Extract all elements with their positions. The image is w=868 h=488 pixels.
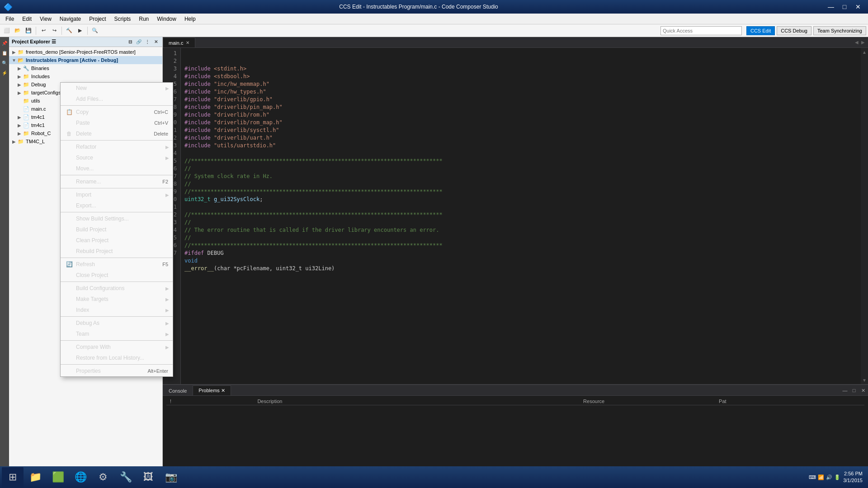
quick-access-input[interactable]: Quick Access — [660, 26, 742, 35]
taskbar-wrench[interactable]: 🔧 — [115, 467, 137, 487]
tab-scroll-left-icon[interactable]: ◀ — [854, 39, 860, 45]
pe-collapse-btn[interactable]: ⊟ — [127, 38, 134, 46]
toolbar-undo-btn[interactable]: ↩ — [38, 26, 48, 36]
pe-link-btn[interactable]: 🔗 — [135, 38, 142, 46]
toolbar-search-btn[interactable]: 🔍 — [90, 26, 100, 36]
close-button[interactable]: ✕ — [852, 2, 864, 12]
menu-item-project[interactable]: Project — [85, 14, 109, 24]
ctx-item-12[interactable]: Build Project — [61, 224, 173, 235]
bottom-tab-console[interactable]: Console — [163, 385, 193, 395]
ctx-sep-14 — [61, 258, 173, 258]
ctx-item-11[interactable]: Show Build Settings... — [61, 213, 173, 224]
toolbar-debug-btn[interactable]: ▶ — [75, 26, 85, 36]
ctx-item-10[interactable]: Export... — [61, 200, 173, 211]
tree-item-0[interactable]: ▶📁freertos_demo [Senior-Project-FreeRTOS… — [9, 48, 162, 56]
ctx-item-23[interactable]: Restore from Local History... — [61, 352, 173, 363]
menu-item-scripts[interactable]: Scripts — [111, 14, 135, 24]
ctx-item-15[interactable]: 🔄RefreshF5 — [61, 259, 173, 270]
ctx-item-24[interactable]: PropertiesAlt+Enter — [61, 366, 173, 376]
ctx-item-9[interactable]: Import — [61, 189, 173, 200]
perspective-ccs-debug[interactable]: CCS Debug — [777, 26, 811, 35]
ctx-item-13[interactable]: Clean Project — [61, 235, 173, 246]
menu-item-view[interactable]: View — [36, 14, 55, 24]
ctx-item-4[interactable]: 🗑DeleteDelete — [61, 128, 173, 139]
bottom-panel-close-icon[interactable]: ✕ — [859, 386, 867, 394]
menu-item-navigate[interactable]: Navigate — [56, 14, 85, 24]
menu-item-window[interactable]: Window — [153, 14, 180, 24]
clock-time: 2:56 PM — [843, 470, 863, 477]
toolbar-new-btn[interactable]: ⬜ — [2, 26, 12, 36]
ctx-icon-empty-8 — [65, 178, 73, 186]
bottom-panel-minimize-icon[interactable]: — — [841, 386, 849, 394]
taskbar-app-green[interactable]: 🟩 — [47, 467, 69, 487]
ctx-item-7[interactable]: Move... — [61, 163, 173, 174]
taskbar-camera[interactable]: 📷 — [160, 467, 182, 487]
sidebar-icon-4[interactable]: ⚡ — [0, 69, 9, 77]
ctx-item-1[interactable]: Add Files... — [61, 94, 173, 104]
ctx-item-18[interactable]: Make Targets — [61, 294, 173, 305]
ctx-item-16[interactable]: Close Project — [61, 270, 173, 281]
scroll-up-icon[interactable]: ▲ — [861, 49, 868, 55]
maximize-button[interactable]: □ — [838, 2, 851, 12]
menu-item-run[interactable]: Run — [135, 14, 152, 24]
ctx-sep-19 — [61, 316, 173, 317]
ctx-item-3[interactable]: PasteCtrl+V — [61, 117, 173, 128]
ctx-item-21[interactable]: Team — [61, 328, 173, 339]
sidebar-icon-1[interactable]: 📌 — [0, 39, 9, 47]
tree-item-2[interactable]: ▶🔧Binaries — [9, 64, 162, 72]
taskbar-photo[interactable]: 🖼 — [137, 467, 159, 487]
taskbar-tools[interactable]: ⚙ — [92, 467, 114, 487]
ctx-item-17[interactable]: Build Configurations — [61, 283, 173, 294]
tree-arrow-2: ▶ — [16, 66, 23, 71]
tree-icon-5: 📁 — [23, 89, 30, 96]
toolbar-redo-btn[interactable]: ↪ — [49, 26, 59, 36]
menu-item-file[interactable]: File — [2, 14, 18, 24]
ctx-item-5[interactable]: Refactor — [61, 141, 173, 152]
sidebar-icon-2[interactable]: 📋 — [0, 49, 9, 57]
sidebar-icon-3[interactable]: 🔍 — [0, 59, 9, 67]
menu-item-help[interactable]: Help — [181, 14, 199, 24]
tree-arrow-11: ▶ — [11, 139, 17, 144]
toolbar-open-btn[interactable]: 📂 — [13, 26, 23, 36]
taskbar-chrome[interactable]: 🌐 — [70, 467, 91, 487]
tree-icon-11: 📁 — [17, 138, 24, 145]
tab-scroll-right-icon[interactable]: ▶ — [860, 39, 866, 45]
ctx-item-2[interactable]: 📋CopyCtrl+C — [61, 107, 173, 117]
tree-label-5: targetConfigs — [31, 90, 61, 95]
code-line-20: //**************************************… — [184, 211, 857, 219]
toolbar-build-btn[interactable]: 🔨 — [64, 26, 74, 36]
ctx-item-8[interactable]: Rename...F2 — [61, 176, 173, 187]
code-line-8: #include "driverlib/rom_map.h" — [184, 119, 857, 127]
minimize-button[interactable]: — — [825, 2, 837, 12]
toolbar-save-btn[interactable]: 💾 — [24, 26, 33, 36]
editor-tab-main-c[interactable]: main.c ✕ — [163, 38, 195, 47]
ctx-item-14[interactable]: Rebuild Project — [61, 246, 173, 257]
ctx-sep-21 — [61, 340, 173, 341]
file-explorer-icon: 📁 — [29, 471, 42, 483]
pe-close-btn[interactable]: ✕ — [152, 38, 160, 46]
perspective-ccs-edit[interactable]: CCS Edit — [746, 26, 775, 35]
toolbar-sep-3 — [87, 27, 88, 35]
scroll-down-icon[interactable]: ▼ — [861, 377, 868, 383]
ctx-item-19[interactable]: Index — [61, 305, 173, 315]
ctx-item-20[interactable]: Debug As — [61, 318, 173, 328]
perspective-team-sync[interactable]: Team Synchronizing — [813, 26, 866, 35]
bottom-panel-maximize-icon[interactable]: □ — [850, 386, 858, 394]
menu-item-edit[interactable]: Edit — [19, 14, 35, 24]
ctx-item-22[interactable]: Compare With — [61, 342, 173, 352]
start-button[interactable]: ⊞ — [2, 467, 24, 487]
ctx-item-0[interactable]: New — [61, 83, 173, 94]
tree-item-1[interactable]: ▼📂Instructables Program [Active - Debug] — [9, 56, 162, 64]
editor-tab-close-icon[interactable]: ✕ — [186, 40, 189, 45]
code-editor[interactable]: #include <stdint.h>#include <stdbool.h>#… — [181, 48, 861, 384]
system-clock[interactable]: 2:56 PM 3/1/2015 — [843, 470, 863, 484]
pe-menu-btn[interactable]: ⋮ — [144, 38, 151, 46]
ctx-shortcut-15: F5 — [153, 262, 168, 267]
ctx-item-6[interactable]: Source — [61, 152, 173, 163]
taskbar: ⊞ 📁 🟩 🌐 ⚙ 🔧 🖼 📷 ⌨ 📶 🔊 🔋 2:56 PM 3/1/2015 — [0, 466, 868, 488]
vertical-scrollbar[interactable]: ▲ ▼ — [861, 48, 868, 384]
tree-item-3[interactable]: ▶📁Includes — [9, 72, 162, 80]
ctx-sep-16 — [61, 282, 173, 282]
bottom-tab-problems[interactable]: Problems ✕ — [193, 385, 231, 395]
taskbar-file-explorer[interactable]: 📁 — [24, 467, 46, 487]
